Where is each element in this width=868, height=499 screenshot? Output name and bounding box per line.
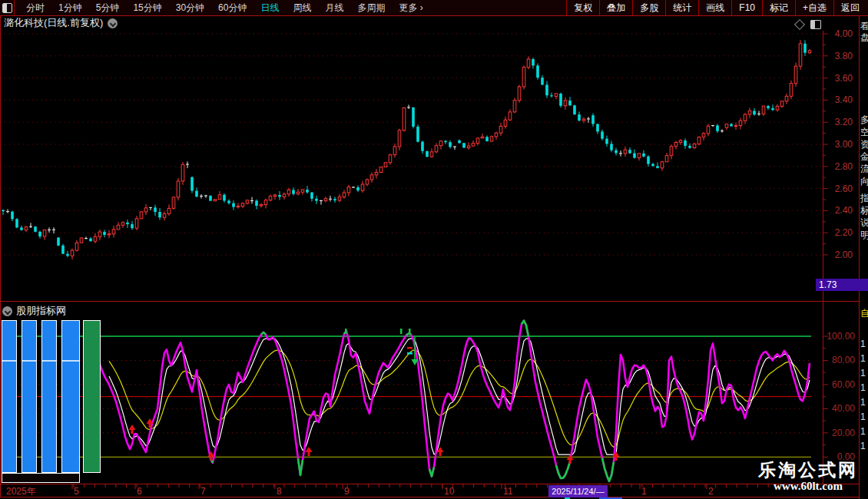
toolbar-actions: 复权叠加多股统计画线F10标记+自选返回 xyxy=(566,0,866,15)
svg-text:2.80: 2.80 xyxy=(835,161,853,172)
svg-text:3.80: 3.80 xyxy=(835,51,853,61)
last-price-badge: 1.73 xyxy=(816,279,863,291)
svg-text:40.00: 40.00 xyxy=(832,403,855,414)
sidebar-tab-char[interactable]: 指 xyxy=(860,193,868,203)
sidebar-tab-char[interactable]: 看 xyxy=(860,21,868,31)
watermark-url: www.60lt.com xyxy=(758,480,858,493)
action-button-5[interactable]: 画线 xyxy=(698,0,731,15)
indicator-name: 股朋指标网 xyxy=(16,304,66,318)
svg-text:8: 8 xyxy=(277,486,282,497)
svg-text:100.00: 100.00 xyxy=(827,331,855,342)
window-split-icon xyxy=(2,3,12,13)
svg-text:4.00: 4.00 xyxy=(835,28,853,39)
period-tab-7[interactable]: 日线 xyxy=(253,0,286,15)
chart-corner-icons xyxy=(796,20,821,29)
right-sidebar-tabs[interactable]: 看盘多空资金流向指标说明自11111111 xyxy=(860,0,868,499)
svg-text:9: 9 xyxy=(344,486,350,497)
period-tab-2[interactable]: 1分钟 xyxy=(51,0,89,15)
period-tab-5[interactable]: 30分钟 xyxy=(169,0,211,15)
chart-canvas[interactable]: 4.003.803.603.403.203.002.802.602.402.20… xyxy=(0,0,868,499)
sidebar-tab-char[interactable]: 1 xyxy=(860,412,868,422)
sidebar-tab-char[interactable]: 1 xyxy=(860,441,868,451)
svg-text:11: 11 xyxy=(503,486,513,497)
svg-text:1: 1 xyxy=(641,486,647,497)
pane-toggle-icon[interactable] xyxy=(810,20,821,29)
svg-text:2.00: 2.00 xyxy=(835,250,853,260)
main-chart-plot[interactable] xyxy=(0,31,823,301)
action-button-7[interactable]: 标记 xyxy=(762,0,795,15)
sidebar-tab-char[interactable]: 流 xyxy=(860,164,868,174)
sidebar-tab-char[interactable]: 1 xyxy=(860,368,868,378)
sidebar-tab-char[interactable]: 1 xyxy=(860,339,868,349)
action-button-4[interactable]: 统计 xyxy=(665,0,698,15)
period-tab-6[interactable]: 60分钟 xyxy=(211,0,253,15)
sidebar-tab-char[interactable]: 1 xyxy=(860,398,868,408)
period-tab-11[interactable]: 更多 › xyxy=(392,0,429,15)
svg-text:6: 6 xyxy=(137,486,142,497)
diamond-marker-icon[interactable] xyxy=(794,19,805,30)
period-tab-10[interactable]: 多周期 xyxy=(350,0,392,15)
period-tab-1[interactable]: 分时 xyxy=(19,0,51,15)
sidebar-tab-char[interactable]: 说 xyxy=(860,218,868,228)
svg-text:5: 5 xyxy=(74,486,79,497)
stock-title: 潞化科技(日线.前复权) xyxy=(4,16,103,30)
svg-text:10: 10 xyxy=(444,486,455,497)
svg-text:3.60: 3.60 xyxy=(835,73,853,84)
sidebar-tab-char[interactable]: 明 xyxy=(860,230,868,240)
svg-text:3.40: 3.40 xyxy=(835,94,853,105)
svg-text:80.00: 80.00 xyxy=(832,355,855,365)
watermark-site-name: 乐淘公式网 xyxy=(758,461,858,480)
svg-text:20.00: 20.00 xyxy=(832,428,855,438)
selected-date-badge: 2025/11/24/— xyxy=(548,485,608,497)
window-layout-button[interactable] xyxy=(0,0,15,15)
sidebar-tab-char[interactable]: 资 xyxy=(860,140,868,150)
sidebar-tab-char[interactable]: 盘 xyxy=(860,33,868,43)
svg-text:2.60: 2.60 xyxy=(835,183,853,194)
sidebar-tab-char[interactable]: 向 xyxy=(860,177,868,187)
action-button-2[interactable]: 叠加 xyxy=(599,0,632,15)
x-axis: 2025年56789101112 xyxy=(6,484,810,497)
sidebar-tab-char[interactable]: 空 xyxy=(860,127,868,137)
action-button-8[interactable]: +自选 xyxy=(795,0,833,15)
sidebar-tab-char[interactable]: 1 xyxy=(860,383,868,393)
action-button-3[interactable]: 多股 xyxy=(632,0,665,15)
svg-text:2.40: 2.40 xyxy=(835,205,853,216)
svg-text:3.00: 3.00 xyxy=(835,139,853,150)
last-price-badge-ext xyxy=(860,279,868,291)
sidebar-tab-char[interactable]: 标 xyxy=(860,206,868,216)
action-button-6[interactable]: F10 xyxy=(731,0,762,15)
svg-text:2.20: 2.20 xyxy=(835,227,853,238)
period-tabs: 分时1分钟5分钟15分钟30分钟60分钟日线周线月线多周期更多 › xyxy=(19,0,430,15)
chevron-down-icon[interactable] xyxy=(108,18,118,28)
chart-titlebar: 潞化科技(日线.前复权) xyxy=(4,17,118,29)
indicator-plot[interactable] xyxy=(0,317,823,484)
svg-text:3.20: 3.20 xyxy=(835,117,853,127)
svg-text:2: 2 xyxy=(708,486,714,497)
indicator-panel-header: 股朋指标网 xyxy=(2,304,66,318)
sidebar-tab-char[interactable]: 1 xyxy=(860,427,868,437)
sidebar-tab-char[interactable]: 自 xyxy=(860,309,868,319)
period-tab-4[interactable]: 15分钟 xyxy=(126,0,168,15)
sidebar-tab-char[interactable]: 金 xyxy=(860,152,868,162)
sidebar-tab-char[interactable]: 1 xyxy=(860,354,868,364)
panel-collapse-icon[interactable] xyxy=(2,306,12,316)
watermark: 乐淘公式网 www.60lt.com xyxy=(758,461,858,493)
trading-app-window: 4.003.803.603.403.203.002.802.602.402.20… xyxy=(0,0,868,499)
period-tab-9[interactable]: 月线 xyxy=(318,0,350,15)
period-tab-8[interactable]: 周线 xyxy=(286,0,318,15)
action-button-1[interactable]: 复权 xyxy=(566,0,599,15)
action-button-9[interactable]: 返回 xyxy=(833,0,866,15)
svg-text:60.00: 60.00 xyxy=(832,379,855,390)
period-tab-3[interactable]: 5分钟 xyxy=(89,0,127,15)
svg-text:2025年: 2025年 xyxy=(6,486,36,497)
svg-text:7: 7 xyxy=(200,486,206,497)
sidebar-tab-char[interactable]: 多 xyxy=(860,115,868,125)
